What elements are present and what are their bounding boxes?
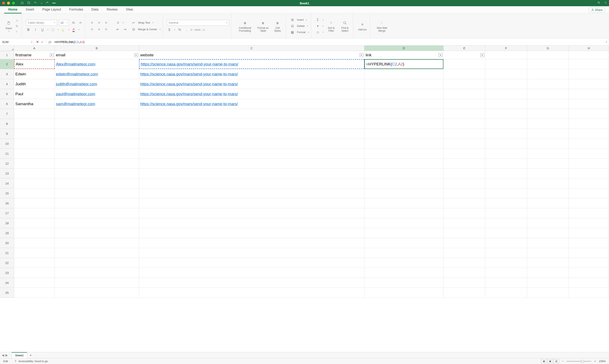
- cell-empty-r13-1[interactable]: [55, 169, 139, 178]
- cell-empty-r3-3[interactable]: [569, 69, 609, 79]
- cell-empty-r18-1[interactable]: [55, 218, 139, 228]
- cell-empty-r5-0[interactable]: [443, 89, 485, 99]
- header-cell-empty-0[interactable]: [485, 51, 527, 59]
- decrease-indent-icon[interactable]: ⇤: [115, 27, 120, 32]
- cell-b2[interactable]: Alex@mailmeteor.com: [55, 59, 139, 69]
- cell-empty-r24-5[interactable]: [485, 278, 527, 288]
- row-header-3[interactable]: 3: [0, 69, 14, 79]
- cell-empty-r19-7[interactable]: [569, 228, 609, 238]
- cell-empty-r22-1[interactable]: [55, 258, 139, 268]
- confirm-icon[interactable]: ✓: [41, 40, 43, 44]
- more-icon[interactable]: •••: [52, 1, 56, 5]
- cell-empty-r10-7[interactable]: [569, 139, 609, 148]
- cell-empty-r15-3[interactable]: [364, 188, 443, 198]
- filter-button-b[interactable]: ▾: [134, 53, 138, 57]
- row-header-22[interactable]: 22: [0, 258, 14, 268]
- fill-icon[interactable]: ▾: [315, 24, 320, 28]
- fx-icon[interactable]: ƒx: [46, 39, 54, 45]
- row-header-20[interactable]: 20: [0, 238, 14, 248]
- row-header-5[interactable]: 5: [0, 89, 14, 99]
- underline-icon[interactable]: U: [40, 27, 45, 32]
- cell-empty-r8-1[interactable]: [55, 119, 139, 129]
- row-header-23[interactable]: 23: [0, 268, 14, 278]
- bold-icon[interactable]: B: [26, 27, 31, 32]
- search-icon[interactable]: [597, 1, 600, 5]
- column-header-G[interactable]: G: [527, 46, 569, 51]
- cell-empty-r17-0[interactable]: [14, 208, 55, 218]
- align-left-icon[interactable]: ≡: [90, 27, 95, 32]
- cell-empty-r9-1[interactable]: [55, 129, 139, 139]
- cell-empty-r17-2[interactable]: [139, 208, 364, 218]
- cell-empty-r4-0[interactable]: [443, 79, 485, 89]
- cell-empty-r24-2[interactable]: [139, 278, 364, 288]
- cell-empty-r23-0[interactable]: [14, 268, 55, 278]
- minimize-window-button[interactable]: [7, 2, 10, 5]
- sheet-next-icon[interactable]: ▶: [5, 353, 8, 357]
- row-header-7[interactable]: 7: [0, 109, 14, 119]
- row-header-17[interactable]: 17: [0, 208, 14, 218]
- cell-empty-r3-0[interactable]: [443, 69, 485, 79]
- cell-empty-r22-5[interactable]: [485, 258, 527, 268]
- cell-empty-r21-7[interactable]: [569, 248, 609, 258]
- header-cell-empty-1[interactable]: [527, 51, 569, 59]
- cell-empty-r24-7[interactable]: [569, 278, 609, 288]
- normal-view-button[interactable]: ▦: [541, 359, 547, 363]
- row-header-12[interactable]: 12: [0, 159, 14, 169]
- header-cell-a[interactable]: firstname▾: [14, 51, 55, 59]
- align-middle-icon[interactable]: ≡: [97, 20, 102, 25]
- cell-empty-r13-2[interactable]: [139, 169, 364, 178]
- cell-empty-r5-2[interactable]: [527, 89, 569, 99]
- zoom-slider[interactable]: [567, 361, 591, 362]
- header-cell-c[interactable]: website▾: [139, 51, 364, 59]
- save-icon[interactable]: [27, 1, 30, 5]
- currency-icon[interactable]: $: [167, 27, 172, 32]
- tab-insert[interactable]: Insert: [22, 6, 38, 13]
- align-bottom-icon[interactable]: ≡: [104, 20, 109, 25]
- tab-home[interactable]: Home: [4, 6, 22, 13]
- cell-empty-r18-0[interactable]: [14, 218, 55, 228]
- cell-empty-r9-5[interactable]: [485, 129, 527, 139]
- tab-page-layout[interactable]: Page Layout: [38, 6, 65, 13]
- cell-empty-r17-1[interactable]: [55, 208, 139, 218]
- cell-empty-r15-4[interactable]: [443, 188, 485, 198]
- cell-empty-r25-4[interactable]: [443, 288, 485, 298]
- cell-empty-r19-0[interactable]: [14, 228, 55, 238]
- column-header-E[interactable]: E: [443, 46, 485, 51]
- cell-empty-r7-4[interactable]: [443, 109, 485, 119]
- cell-empty-r2-0[interactable]: [443, 59, 485, 69]
- cell-empty-r11-0[interactable]: [14, 149, 55, 158]
- cell-empty-r24-6[interactable]: [527, 278, 569, 288]
- cell-a2[interactable]: Alex: [14, 59, 55, 69]
- cell-empty-r12-5[interactable]: [485, 159, 527, 168]
- column-header-A[interactable]: A: [14, 46, 55, 51]
- cell-empty-r23-3[interactable]: [364, 268, 443, 278]
- cell-empty-r23-2[interactable]: [139, 268, 364, 278]
- tab-formulas[interactable]: Formulas: [65, 6, 87, 13]
- cell-empty-r19-3[interactable]: [364, 228, 443, 238]
- share-presence-icon[interactable]: [604, 1, 607, 5]
- percent-icon[interactable]: %: [177, 27, 182, 32]
- tab-view[interactable]: View: [122, 6, 137, 13]
- cell-empty-r16-2[interactable]: [139, 198, 364, 208]
- copy-icon[interactable]: [14, 24, 19, 28]
- cell-empty-r17-3[interactable]: [364, 208, 443, 218]
- cell-empty-r25-2[interactable]: [139, 288, 364, 298]
- sort-filter-button[interactable]: ▽Sort & Filter: [325, 20, 337, 32]
- row-header-1[interactable]: 1: [0, 51, 14, 59]
- cell-empty-r12-2[interactable]: [139, 159, 364, 168]
- page-break-view-button[interactable]: ▥: [554, 359, 559, 363]
- home-icon[interactable]: [21, 1, 24, 5]
- wrap-text-button[interactable]: ↩Wrap Text▾: [131, 20, 160, 25]
- autosum-icon[interactable]: Σ: [315, 17, 320, 22]
- cell-empty-r16-1[interactable]: [55, 198, 139, 208]
- cell-empty-r17-4[interactable]: [443, 208, 485, 218]
- cell-empty-r15-7[interactable]: [569, 188, 609, 198]
- increase-indent-icon[interactable]: ⇥: [122, 27, 127, 32]
- comma-icon[interactable]: ,: [184, 27, 189, 32]
- cell-empty-r9-0[interactable]: [14, 129, 55, 139]
- cell-empty-r7-0[interactable]: [14, 109, 55, 119]
- cell-empty-r9-4[interactable]: [443, 129, 485, 139]
- font-name-dropdown[interactable]: Calibri (Body)▾: [26, 20, 57, 26]
- cell-empty-r22-7[interactable]: [569, 258, 609, 268]
- filter-button-e[interactable]: ▾: [481, 53, 484, 57]
